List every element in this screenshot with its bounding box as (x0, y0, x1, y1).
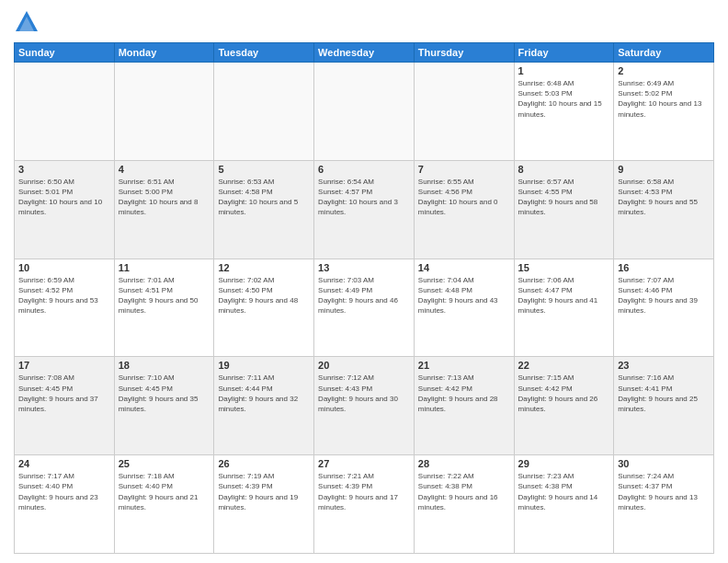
day-info: Sunrise: 7:13 AMSunset: 4:42 PMDaylight:… (418, 373, 510, 414)
calendar-cell: 24Sunrise: 7:17 AMSunset: 4:40 PMDayligh… (15, 455, 115, 554)
day-number: 2 (618, 65, 710, 76)
calendar-cell: 26Sunrise: 7:19 AMSunset: 4:39 PMDayligh… (214, 455, 314, 554)
day-header: Tuesday (214, 43, 314, 63)
day-number: 13 (318, 262, 410, 273)
logo-row (14, 9, 47, 35)
day-header: Saturday (614, 43, 714, 63)
calendar-cell (15, 63, 115, 161)
day-number: 8 (518, 164, 610, 175)
calendar-cell: 12Sunrise: 7:02 AMSunset: 4:50 PMDayligh… (214, 259, 314, 357)
day-number: 28 (418, 458, 510, 469)
day-number: 25 (119, 458, 210, 469)
day-info: Sunrise: 7:16 AMSunset: 4:41 PMDaylight:… (618, 373, 710, 414)
day-number: 16 (618, 262, 710, 273)
day-info: Sunrise: 7:17 AMSunset: 4:40 PMDaylight:… (18, 471, 110, 512)
calendar-cell: 23Sunrise: 7:16 AMSunset: 4:41 PMDayligh… (614, 357, 714, 455)
day-number: 17 (18, 360, 110, 371)
calendar-cell: 6Sunrise: 6:54 AMSunset: 4:57 PMDaylight… (314, 160, 415, 259)
logo-icon (14, 9, 40, 35)
calendar-cell: 14Sunrise: 7:04 AMSunset: 4:48 PMDayligh… (414, 259, 514, 357)
day-number: 5 (218, 164, 310, 175)
day-number: 15 (518, 262, 610, 273)
day-number: 12 (218, 262, 310, 273)
logo (14, 9, 47, 35)
calendar-cell: 18Sunrise: 7:10 AMSunset: 4:45 PMDayligh… (114, 357, 214, 455)
day-info: Sunrise: 7:08 AMSunset: 4:45 PMDaylight:… (18, 373, 110, 414)
day-number: 7 (418, 164, 510, 175)
calendar-cell: 27Sunrise: 7:21 AMSunset: 4:39 PMDayligh… (314, 455, 415, 554)
day-info: Sunrise: 6:53 AMSunset: 4:58 PMDaylight:… (218, 177, 310, 218)
calendar-week-row: 1Sunrise: 6:48 AMSunset: 5:03 PMDaylight… (15, 63, 714, 161)
day-number: 30 (618, 458, 710, 469)
day-number: 3 (18, 164, 110, 175)
day-info: Sunrise: 7:04 AMSunset: 4:48 PMDaylight:… (418, 275, 510, 316)
calendar-week-row: 24Sunrise: 7:17 AMSunset: 4:40 PMDayligh… (15, 455, 714, 554)
calendar-cell (414, 63, 514, 161)
day-info: Sunrise: 6:49 AMSunset: 5:02 PMDaylight:… (618, 78, 710, 120)
day-info: Sunrise: 7:06 AMSunset: 4:47 PMDaylight:… (518, 275, 610, 316)
day-number: 14 (418, 262, 510, 273)
day-number: 22 (518, 360, 610, 371)
day-info: Sunrise: 6:57 AMSunset: 4:55 PMDaylight:… (518, 177, 610, 218)
calendar-cell: 19Sunrise: 7:11 AMSunset: 4:44 PMDayligh… (214, 357, 314, 455)
day-info: Sunrise: 6:50 AMSunset: 5:01 PMDaylight:… (18, 177, 110, 218)
day-number: 9 (618, 164, 710, 175)
calendar-week-row: 3Sunrise: 6:50 AMSunset: 5:01 PMDaylight… (15, 160, 714, 259)
day-number: 10 (18, 262, 110, 273)
day-info: Sunrise: 7:07 AMSunset: 4:46 PMDaylight:… (618, 275, 710, 316)
calendar-cell: 25Sunrise: 7:18 AMSunset: 4:40 PMDayligh… (114, 455, 214, 554)
calendar-table: SundayMondayTuesdayWednesdayThursdayFrid… (14, 42, 714, 554)
day-info: Sunrise: 7:22 AMSunset: 4:38 PMDaylight:… (418, 471, 510, 512)
day-number: 4 (119, 164, 210, 175)
day-number: 11 (119, 262, 210, 273)
day-header: Sunday (15, 43, 115, 63)
day-info: Sunrise: 7:19 AMSunset: 4:39 PMDaylight:… (218, 471, 310, 512)
calendar-week-row: 10Sunrise: 6:59 AMSunset: 4:52 PMDayligh… (15, 259, 714, 357)
calendar-body: 1Sunrise: 6:48 AMSunset: 5:03 PMDaylight… (15, 63, 714, 554)
calendar-cell: 20Sunrise: 7:12 AMSunset: 4:43 PMDayligh… (314, 357, 415, 455)
calendar-cell: 1Sunrise: 6:48 AMSunset: 5:03 PMDaylight… (514, 63, 614, 161)
day-number: 21 (418, 360, 510, 371)
day-info: Sunrise: 7:10 AMSunset: 4:45 PMDaylight:… (119, 373, 210, 414)
day-number: 24 (18, 458, 110, 469)
calendar-cell: 17Sunrise: 7:08 AMSunset: 4:45 PMDayligh… (15, 357, 115, 455)
calendar-cell (114, 63, 214, 161)
day-info: Sunrise: 6:51 AMSunset: 5:00 PMDaylight:… (119, 177, 210, 218)
day-info: Sunrise: 7:03 AMSunset: 4:49 PMDaylight:… (318, 275, 410, 316)
calendar-cell: 5Sunrise: 6:53 AMSunset: 4:58 PMDaylight… (214, 160, 314, 259)
day-info: Sunrise: 7:15 AMSunset: 4:42 PMDaylight:… (518, 373, 610, 414)
day-number: 23 (618, 360, 710, 371)
calendar-cell: 29Sunrise: 7:23 AMSunset: 4:38 PMDayligh… (514, 455, 614, 554)
calendar-cell: 7Sunrise: 6:55 AMSunset: 4:56 PMDaylight… (414, 160, 514, 259)
day-number: 26 (218, 458, 310, 469)
header (14, 9, 714, 35)
day-info: Sunrise: 6:48 AMSunset: 5:03 PMDaylight:… (518, 78, 610, 120)
calendar-cell: 15Sunrise: 7:06 AMSunset: 4:47 PMDayligh… (514, 259, 614, 357)
calendar-cell: 30Sunrise: 7:24 AMSunset: 4:37 PMDayligh… (614, 455, 714, 554)
calendar-cell (314, 63, 415, 161)
day-info: Sunrise: 7:24 AMSunset: 4:37 PMDaylight:… (618, 471, 710, 512)
day-info: Sunrise: 6:54 AMSunset: 4:57 PMDaylight:… (318, 177, 410, 218)
calendar-cell (214, 63, 314, 161)
calendar-cell: 2Sunrise: 6:49 AMSunset: 5:02 PMDaylight… (614, 63, 714, 161)
calendar-cell: 11Sunrise: 7:01 AMSunset: 4:51 PMDayligh… (114, 259, 214, 357)
calendar-cell: 21Sunrise: 7:13 AMSunset: 4:42 PMDayligh… (414, 357, 514, 455)
day-info: Sunrise: 6:58 AMSunset: 4:53 PMDaylight:… (618, 177, 710, 218)
day-info: Sunrise: 7:23 AMSunset: 4:38 PMDaylight:… (518, 471, 610, 512)
day-info: Sunrise: 7:21 AMSunset: 4:39 PMDaylight:… (318, 471, 410, 512)
day-number: 6 (318, 164, 410, 175)
calendar-cell: 28Sunrise: 7:22 AMSunset: 4:38 PMDayligh… (414, 455, 514, 554)
day-info: Sunrise: 7:01 AMSunset: 4:51 PMDaylight:… (119, 275, 210, 316)
day-number: 19 (218, 360, 310, 371)
calendar-cell: 9Sunrise: 6:58 AMSunset: 4:53 PMDaylight… (614, 160, 714, 259)
day-header: Wednesday (314, 43, 415, 63)
day-info: Sunrise: 6:59 AMSunset: 4:52 PMDaylight:… (18, 275, 110, 316)
calendar-cell: 16Sunrise: 7:07 AMSunset: 4:46 PMDayligh… (614, 259, 714, 357)
calendar-cell: 4Sunrise: 6:51 AMSunset: 5:00 PMDaylight… (114, 160, 214, 259)
day-number: 1 (518, 65, 610, 76)
calendar-cell: 8Sunrise: 6:57 AMSunset: 4:55 PMDaylight… (514, 160, 614, 259)
day-header: Monday (114, 43, 214, 63)
day-number: 18 (119, 360, 210, 371)
day-header: Thursday (414, 43, 514, 63)
day-number: 20 (318, 360, 410, 371)
